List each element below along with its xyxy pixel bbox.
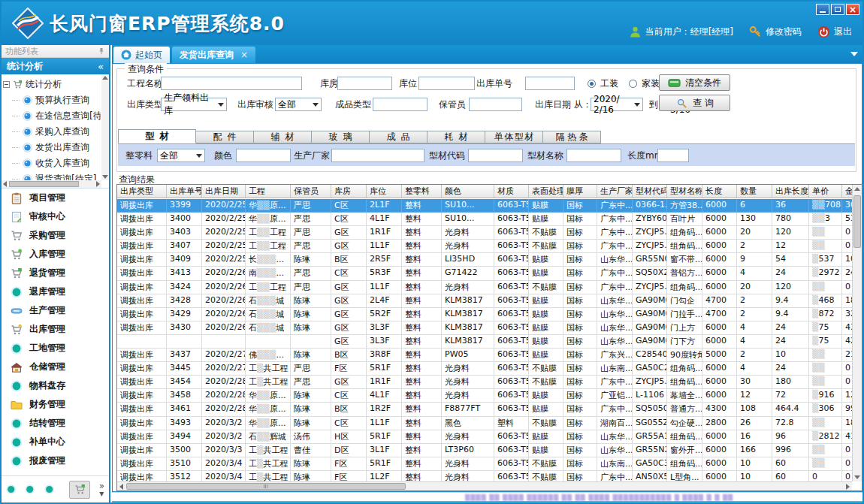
- color-input[interactable]: [236, 149, 291, 162]
- table-row[interactable]: 调拨出库34092020/2/25长▒▒▒...陈琳B区2R5F整料LI35HD…: [117, 253, 853, 267]
- location-input[interactable]: [418, 77, 475, 90]
- material-tab[interactable]: 玻璃: [312, 131, 370, 143]
- sidebar-menu-item[interactable]: 补单中心: [2, 433, 109, 451]
- sidebar-menu-item[interactable]: 物料盘存: [2, 376, 109, 395]
- column-header[interactable]: 生产厂家: [597, 185, 633, 198]
- table-row[interactable]: 调拨出库34292020/2/26石▒▒▒城陈琳G区5R2F整料KLM38176…: [117, 308, 853, 321]
- material-tab[interactable]: 耗材: [427, 131, 485, 143]
- order-no-input[interactable]: [525, 77, 575, 90]
- radio-gongzhuang[interactable]: [588, 80, 596, 88]
- change-password-button[interactable]: 修改密码: [749, 26, 802, 38]
- toolbar-overflow-button[interactable]: »▾: [99, 482, 104, 497]
- sidebar-menu-item[interactable]: 生产管理: [2, 301, 109, 320]
- tab-close-icon[interactable]: ×: [240, 50, 248, 60]
- whole-part-select[interactable]: 全部: [157, 149, 205, 162]
- table-row[interactable]: 调拨出库34032020/2/25工▒▒工程严思G区1R1F整料光身料6063-…: [117, 226, 853, 240]
- tree-collapse-icon[interactable]: [3, 81, 10, 88]
- table-vscroll-thumb[interactable]: [853, 195, 861, 248]
- search-button[interactable]: 查 询: [659, 95, 730, 111]
- clear-conditions-button[interactable]: 清空条件: [659, 74, 730, 91]
- table-row[interactable]: 调拨出库34612020/2/28华▒▒原...陈琳B区1R2F整料F8877F…: [117, 403, 853, 416]
- tree-item[interactable]: 采购入库查询: [3, 124, 101, 140]
- sidebar-menu-item[interactable]: 工地管理: [2, 339, 109, 358]
- table-horizontal-scrollbar[interactable]: [117, 481, 852, 490]
- sidebar-menu-item[interactable]: 结转管理: [2, 414, 109, 433]
- toolbar-dot-icon[interactable]: [25, 484, 35, 495]
- profile-code-input[interactable]: [468, 149, 523, 162]
- table-row[interactable]: 调拨出库34942020/3/2石▒▒辉城汤伟H区5R1F整料光身料6063-T…: [117, 430, 853, 444]
- table-row[interactable]: 调拨出库35002020/3/3工▒共工程曹佳D区3L1F整料LT3P60606…: [117, 444, 853, 457]
- sidebar-menu-item[interactable]: 项目管理: [2, 189, 109, 207]
- column-header[interactable]: 保管员: [291, 185, 331, 198]
- table-row[interactable]: 调拨出库33992020/2/25华▒▒原...严思C区2L1F整料SU10..…: [117, 199, 853, 213]
- tree-root-statistics[interactable]: 统计分析: [3, 76, 101, 92]
- material-tab[interactable]: 辅材: [254, 131, 312, 143]
- material-tab[interactable]: 成品: [370, 131, 427, 143]
- table-row[interactable]: G区3L3F整料KLM38176063-T5贴膜国标山东华...GA90M09.…: [117, 335, 853, 349]
- tree-item[interactable]: 发货出库查询: [3, 140, 101, 155]
- table-vertical-scrollbar[interactable]: [852, 185, 862, 481]
- table-row[interactable]: 调拨出库34582020/2/28华▒▒原...陈琳C区4L1F整料光身料606…: [117, 389, 853, 403]
- table-row[interactable]: 调拨出库34932020/3/2华▒▒原...陈琳C区1L1F整料黑色塑料不贴膜…: [117, 417, 853, 430]
- profile-name-input[interactable]: [566, 149, 621, 162]
- keeper-input[interactable]: [469, 98, 522, 111]
- sidebar-menu-item[interactable]: 退库管理: [2, 282, 109, 301]
- column-header[interactable]: 表面处理: [529, 185, 563, 198]
- manufacturer-input[interactable]: [331, 149, 424, 162]
- column-header[interactable]: 工程: [246, 185, 291, 198]
- column-header[interactable]: 长度: [702, 185, 737, 198]
- outbound-type-select[interactable]: 生产领料出库: [161, 98, 227, 111]
- logout-button[interactable]: 退出: [817, 26, 852, 38]
- minimize-button[interactable]: [816, 4, 829, 15]
- column-header[interactable]: 整零料: [402, 185, 442, 198]
- sidebar-menu-item[interactable]: 出库管理: [2, 320, 109, 339]
- column-header[interactable]: 材质: [494, 185, 529, 198]
- toolbar-dot-icon[interactable]: [6, 484, 16, 495]
- material-tab[interactable]: 配件: [196, 131, 254, 143]
- column-header[interactable]: 数量: [737, 185, 772, 198]
- table-row[interactable]: 调拨出库34072020/2/25工▒▒工程严思G区1L1F整料光身料6063-…: [117, 240, 853, 253]
- toolbar-cart-button[interactable]: [69, 481, 89, 499]
- column-header[interactable]: 库房: [331, 185, 367, 198]
- table-row[interactable]: 调拨出库35102020/3/4工▒共工程陈琳F区5R1F整料光身料6063-T…: [117, 457, 853, 471]
- table-row[interactable]: 调拨出库34372020/2/27佛▒▒▒...陈琳B区3R8F整料PW0560…: [117, 349, 853, 362]
- radio-jiazhuang[interactable]: [629, 80, 637, 88]
- column-header[interactable]: 出库日期: [202, 185, 246, 198]
- close-button[interactable]: [846, 4, 859, 15]
- tree-item[interactable]: 收货入库查询: [3, 155, 101, 171]
- tree-hscroll-thumb[interactable]: [9, 181, 79, 187]
- column-header[interactable]: 型材名称: [667, 185, 702, 198]
- product-type-input[interactable]: [373, 98, 427, 111]
- sidebar-menu-item[interactable]: 审核中心: [2, 207, 109, 226]
- column-header[interactable]: 出库长度: [772, 185, 809, 198]
- sidebar-menu-item[interactable]: 采购管理: [2, 226, 109, 245]
- column-header[interactable]: 膜厚: [563, 185, 597, 198]
- tree-horizontal-scrollbar[interactable]: [2, 180, 101, 188]
- sidebar-menu-item[interactable]: 财务管理: [2, 395, 109, 414]
- table-row[interactable]: 调拨出库34132020/2/26南▒▒▒...严思C区5R3F整料G71422…: [117, 267, 853, 280]
- tab-shipping-outbound-query[interactable]: 发货出库查询 ×: [172, 47, 255, 63]
- table-hscroll-thumb[interactable]: [126, 483, 406, 490]
- tab-home[interactable]: 起始页: [113, 47, 170, 63]
- sidebar-menu-item[interactable]: 仓储管理: [2, 358, 109, 376]
- toolbar-dot-icon[interactable]: [44, 484, 54, 495]
- date-from-picker[interactable]: 2020/ 2/16: [591, 98, 643, 111]
- table-row[interactable]: 调拨出库34002020/2/25华▒▒原...严思C区4L1F整料SU10..…: [117, 213, 853, 226]
- column-header[interactable]: 颜色: [442, 185, 494, 198]
- sidebar-menu-item[interactable]: 报废管理: [2, 451, 109, 470]
- column-header[interactable]: 库位: [367, 185, 402, 198]
- tree-item[interactable]: 在途信息查询[待: [3, 108, 101, 124]
- column-header[interactable]: 出库单号: [167, 185, 202, 198]
- column-header[interactable]: 型材代码: [633, 185, 667, 198]
- table-row[interactable]: 调拨出库34242020/2/26工▒▒工程严思G区1L1F整料光身料6063-…: [117, 281, 853, 294]
- material-tab[interactable]: 型材: [118, 129, 196, 143]
- sidebar-menu-item[interactable]: 退货管理: [2, 264, 109, 282]
- length-input[interactable]: [657, 149, 689, 162]
- tab-list-caret-icon[interactable]: [850, 52, 858, 56]
- tree-vertical-scrollbar[interactable]: [101, 74, 109, 180]
- sidebar-menu-item[interactable]: 入库管理: [2, 245, 109, 264]
- maximize-button[interactable]: [831, 4, 844, 15]
- column-header[interactable]: 出库类型: [117, 185, 167, 198]
- table-row[interactable]: 调拨出库34452020/2/27工▒共工程严思F区5R1F整料光身料6063-…: [117, 362, 853, 376]
- column-header[interactable]: 单价: [809, 185, 842, 198]
